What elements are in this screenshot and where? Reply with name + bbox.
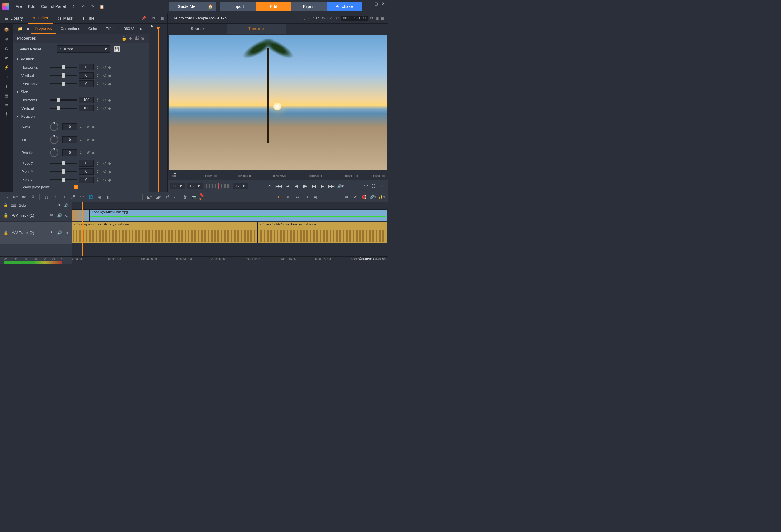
speed-slider[interactable] [205,183,231,188]
tl-wand-icon[interactable]: ✨▾ [378,194,385,200]
reset-icon[interactable]: ↺ [103,82,107,86]
preview-timeline[interactable]: 00:00 00:00:25.00 00:00:50.00 00:01:15.0… [168,171,388,180]
solo-label[interactable]: Solo [19,203,26,207]
reset-icon[interactable]: ↺ [103,65,107,70]
sidebar-layers-icon[interactable]: ≋ [0,100,13,110]
tl-slide-icon[interactable]: ▣ [312,194,318,200]
stepper-rotation[interactable]: ▲▼ [80,151,82,155]
track-head-2[interactable]: 🔓 A/V Track (2) 👁 🔊 ◇ [0,222,72,244]
clip-audio-2[interactable]: c:/users/public/music/bmx_ya-ha!.wma [258,222,387,243]
tl-widescreen-icon[interactable]: ▭ [3,194,9,200]
timeline-playhead[interactable] [82,202,83,256]
clip-audio-1[interactable]: c:/users/public/music/bmx_ya-ha!.wma [72,222,257,243]
tl-speaker-icon[interactable]: 🔊 [57,213,62,217]
edit-button[interactable]: Edit [256,2,291,11]
timeline-ruler[interactable]: 00:00.00 00:00:12.00 00:00:25.00 00:00:3… [72,257,388,264]
sidebar-box-icon[interactable]: 📦 [0,25,13,34]
trash-icon[interactable]: 🗑 [141,36,145,41]
slider-pivot-x[interactable] [50,163,77,164]
sub-tab-color[interactable]: Color [84,24,102,34]
tl-speaker-icon[interactable]: 🔊 [64,203,68,207]
expand-icon[interactable]: ⤢ [378,182,385,190]
stepper-swivel[interactable]: ▲▼ [80,125,82,129]
input-position-z[interactable] [79,80,94,87]
sidebar-fx-icon[interactable]: fx [0,53,13,63]
dial-tilt[interactable] [50,135,58,144]
tl-slip-icon[interactable]: ▭ [173,194,179,200]
clip-video[interactable]: The-Sky-is-the-Limit.mpg [90,209,387,221]
preview-tab-timeline[interactable]: Timeline [227,24,286,34]
slider-size-h[interactable] [50,99,77,100]
tl-magnet-icon[interactable]: 🧲 [361,194,367,200]
stepper-position-z[interactable]: ▲▼ [96,82,98,86]
group-size[interactable]: ▼Size [13,88,149,96]
tl-unlock-icon[interactable]: 🔓 [4,203,8,207]
close-button[interactable]: ✕ [380,1,387,6]
keyframe-icon[interactable]: ◆ [108,65,111,70]
tl-pointer-icon[interactable]: ➤ [275,194,282,200]
clip-thumb[interactable] [72,209,90,221]
slider-pivot-y[interactable] [50,171,77,172]
tl-copy-icon[interactable]: ⧉ [30,194,36,200]
tl-kf-icon[interactable]: ◇ [66,231,68,235]
purchase-button[interactable]: Purchase [327,2,362,11]
stepper-size-h[interactable]: ▲▼ [96,98,98,102]
dial-swivel[interactable] [50,123,58,131]
layout-icon[interactable]: ▥ [159,15,166,22]
slider-horizontal[interactable] [50,67,77,68]
guide-me-button[interactable]: Guide Me [169,2,204,11]
pin-icon[interactable]: 📌 [140,15,147,22]
lock-icon[interactable]: 🔒 [121,36,126,41]
go-start-icon[interactable]: |◀◀ [275,182,282,190]
slider-vertical[interactable] [50,75,77,76]
tl-eye-icon[interactable]: 👁 [57,203,61,207]
keyframe-icon[interactable]: ◆ [108,73,111,78]
reset-icon[interactable]: ↺ [103,73,107,78]
sub-tab-effect[interactable]: Effect [102,24,120,34]
tl-eye-icon[interactable]: 👁 [50,213,54,217]
clipboard-icon[interactable]: 📋 [98,3,106,10]
input-size-v[interactable] [79,105,94,112]
keyframe-icon[interactable]: ◆ [92,138,95,142]
go-end-icon[interactable]: ▶▶| [328,182,335,190]
keyframe-strip[interactable]: ▶ [149,24,167,192]
input-pivot-x[interactable] [79,160,94,167]
dual-view-icon[interactable]: ▥ [375,16,379,21]
group-position[interactable]: ▼Position [13,55,149,63]
keyframe-icon[interactable]: ◆ [92,151,95,155]
play-icon[interactable]: ▶ [301,182,309,190]
menu-edit[interactable]: Edit [25,3,38,10]
maximize-button[interactable]: ▢ [373,1,380,6]
sub-tab-next[interactable]: ▶ [138,27,145,31]
image-icon[interactable]: 🖼 [134,36,138,41]
tl-speaker-icon[interactable]: 🔊 [57,231,62,235]
layout-preview-icon[interactable]: ▦ [381,16,384,21]
reset-icon[interactable]: ↺ [103,178,107,182]
sidebar-folders-icon[interactable]: 🗂 [0,44,13,53]
sub-tab-360[interactable]: 360 V [120,24,138,34]
stepper-pivot-y[interactable]: ▲▼ [96,169,98,174]
tl-unlock-icon[interactable]: 🔓 [4,231,8,235]
tl-gear-icon[interactable]: ⚙▾ [12,194,18,200]
help-icon[interactable]: ? [70,3,77,10]
volume-icon[interactable]: 🔊▾ [337,182,344,190]
tl-link-icon[interactable]: 🔗▾ [370,194,376,200]
stepper-tilt[interactable]: ▲▼ [80,138,82,142]
tl-trash-icon[interactable]: 🗑 [181,194,188,200]
tl-razor-off-icon[interactable]: ✂̸ [164,194,170,200]
popout-icon[interactable]: ⧉ [150,15,157,22]
stepper-horizontal[interactable]: ▲▼ [96,65,98,69]
pip-button[interactable]: PiP [362,182,368,190]
fullscreen-icon[interactable]: ⛶ [370,182,377,190]
tab-library[interactable]: ▤ Library [0,13,28,24]
redo-icon[interactable]: ↷ [89,3,96,10]
loop-icon[interactable]: ↻ [266,182,273,190]
keyframe-icon[interactable]: ◆ [108,106,111,111]
sub-tab-folder-icon[interactable]: 📁 [16,24,24,33]
frame-back-icon[interactable]: ◀ [293,182,300,190]
input-horizontal[interactable] [79,64,94,71]
menu-control-panel[interactable]: Control Panel [38,3,69,10]
tl-unlock-icon[interactable]: 🔓 [4,213,8,217]
tl-trim-in-icon[interactable]: ⇤ [285,194,292,200]
group-rotation[interactable]: ▼Rotation [13,112,149,120]
